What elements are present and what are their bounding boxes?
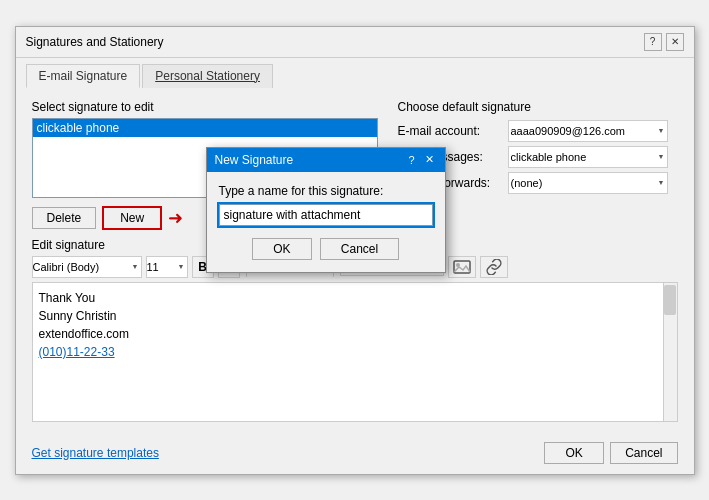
modal-ok-button[interactable]: OK <box>252 238 312 260</box>
signature-name-input[interactable] <box>219 204 433 226</box>
modal-button-row: OK Cancel <box>219 238 433 260</box>
modal-title-bar: New Signature ? ✕ <box>207 148 445 172</box>
modal-title: New Signature <box>215 153 294 167</box>
modal-cancel-button[interactable]: Cancel <box>320 238 399 260</box>
modal-input-label: Type a name for this signature: <box>219 184 433 198</box>
modal-title-controls: ? ✕ <box>405 153 436 166</box>
modal-overlay: New Signature ? ✕ Type a name for this s… <box>16 27 694 474</box>
modal-content: Type a name for this signature: OK Cance… <box>207 172 445 272</box>
modal-close-button[interactable]: ✕ <box>422 153 437 166</box>
main-dialog: Signatures and Stationery ? ✕ E-mail Sig… <box>15 26 695 475</box>
modal-help-button[interactable]: ? <box>405 153 417 166</box>
new-signature-dialog: New Signature ? ✕ Type a name for this s… <box>206 147 446 273</box>
